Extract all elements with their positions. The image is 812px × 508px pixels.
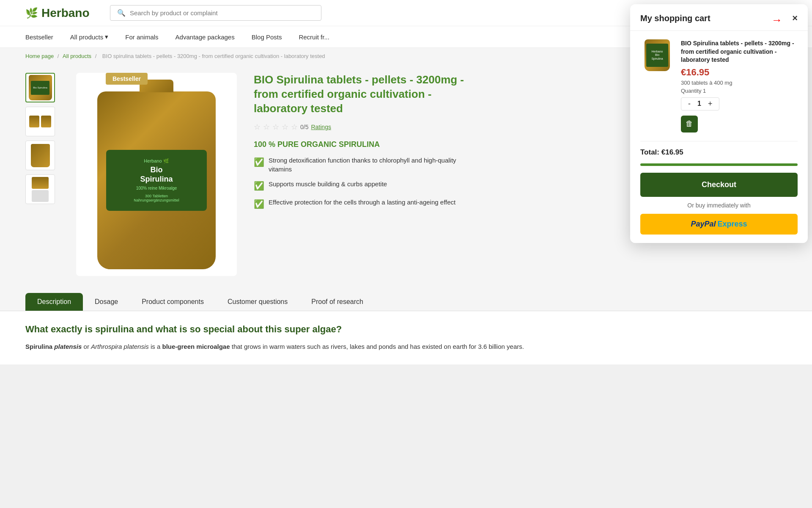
- description-section: What exactly is spirulina and what is so…: [0, 311, 812, 364]
- thumbnail-4[interactable]: [25, 174, 55, 204]
- search-bar[interactable]: 🔍: [110, 5, 321, 21]
- bottle-sub: 100% reine Mikroalge: [110, 186, 203, 190]
- feature-item-1: ✅ Strong detoxification function thanks …: [254, 156, 465, 174]
- paypal-express: Express: [717, 220, 747, 229]
- nav-blog-posts[interactable]: Blog Posts: [252, 31, 282, 43]
- tab-proof-of-research[interactable]: Proof of research: [299, 293, 375, 311]
- nav-bestseller[interactable]: Bestseller: [25, 31, 53, 43]
- arrow-annotation: →: [771, 14, 782, 27]
- cart-item: HerbanoBioSpirulina BIO Spirulina tablet…: [630, 31, 808, 141]
- tab-customer-questions[interactable]: Customer questions: [216, 293, 299, 311]
- feature-list: ✅ Strong detoxification function thanks …: [254, 156, 465, 210]
- tabs-row: Description Dosage Product components Cu…: [0, 284, 812, 311]
- quantity-controls: - 1 +: [681, 97, 719, 110]
- cart-item-meta: 300 tablets à 400 mg: [681, 80, 798, 86]
- paypal-logo: PayPal: [691, 220, 716, 229]
- quantity-value: 1: [697, 100, 701, 108]
- search-icon: 🔍: [117, 9, 126, 17]
- breadcrumb-all-products[interactable]: All products: [63, 53, 91, 59]
- bestseller-badge: Bestseller: [106, 73, 148, 85]
- cart-total: Total: €16.95: [630, 141, 808, 163]
- bottle-name: BioSpirulina: [110, 166, 203, 184]
- product-bottle: Herbano 🌿 BioSpirulina 100% reine Mikroa…: [97, 91, 216, 269]
- description-heading: What exactly is spirulina and what is so…: [25, 324, 787, 335]
- tab-dosage[interactable]: Dosage: [83, 293, 130, 311]
- ratings-count: 0/5: [300, 124, 308, 130]
- bottle-label: Herbano 🌿 BioSpirulina 100% reine Mikroa…: [106, 150, 207, 210]
- ratings-link[interactable]: Ratings: [311, 124, 331, 130]
- cart-item-quantity-label: Quantity 1: [681, 88, 798, 94]
- logo-text: Herbano: [41, 6, 90, 20]
- quantity-increase-button[interactable]: +: [706, 99, 714, 108]
- description-text: Spirulina platensis or Arthrospira plate…: [25, 342, 787, 352]
- stars-row: ☆ ☆ ☆ ☆ ☆ 0/5 Ratings: [254, 122, 465, 132]
- paypal-button[interactable]: PayPal Express: [640, 214, 798, 235]
- star-1: ☆: [254, 122, 261, 132]
- star-2: ☆: [263, 122, 270, 132]
- tab-product-components[interactable]: Product components: [130, 293, 216, 311]
- thumbnail-2[interactable]: [25, 107, 55, 136]
- cart-item-label: HerbanoBioSpirulina: [646, 44, 668, 67]
- thumbnail-list: Bio Spirulina: [25, 73, 59, 276]
- cart-item-details: BIO Spirulina tablets - pellets - 3200mg…: [681, 39, 798, 133]
- logo[interactable]: 🌿 Herbano: [25, 6, 93, 20]
- tab-description[interactable]: Description: [25, 293, 83, 311]
- chevron-down-icon: ▾: [105, 33, 108, 41]
- bottle-brand: Herbano 🌿: [110, 158, 203, 164]
- search-input[interactable]: [130, 9, 314, 17]
- star-4: ☆: [282, 122, 288, 132]
- cart-item-image: HerbanoBioSpirulina: [640, 39, 674, 73]
- check-icon-3: ✅: [254, 198, 264, 210]
- logo-icon: 🌿: [25, 7, 38, 19]
- cart-item-bottle-image: HerbanoBioSpirulina: [645, 39, 670, 71]
- main-product-image: Herbano 🌿 BioSpirulina 100% reine Mikroa…: [76, 73, 237, 276]
- cart-item-price: €16.95: [681, 67, 798, 78]
- checkout-button[interactable]: Checkout: [640, 173, 798, 197]
- thumbnail-3[interactable]: [25, 141, 55, 170]
- star-3: ☆: [272, 122, 279, 132]
- quantity-decrease-button[interactable]: -: [686, 99, 692, 108]
- cart-title: My shopping cart: [640, 14, 710, 23]
- nav-advantage-packages[interactable]: Advantage packages: [176, 31, 235, 43]
- nav-recruit[interactable]: Recruit fr...: [299, 31, 329, 43]
- breadcrumb-current: BIO spirulina tablets - pellets - 3200mg…: [102, 53, 325, 59]
- cart-progress-bar: [640, 163, 798, 166]
- feature-item-3: ✅ Effective protection for the cells thr…: [254, 198, 465, 210]
- nav-for-animals[interactable]: For animals: [125, 31, 158, 43]
- cart-close-button[interactable]: ×: [792, 13, 798, 24]
- delete-item-button[interactable]: 🗑: [681, 116, 698, 133]
- feature-item-2: ✅ Supports muscle building & curbs appet…: [254, 179, 465, 192]
- thumbnail-1[interactable]: Bio Spirulina: [25, 73, 55, 102]
- organic-title: 100 % PURE ORGANIC SPIRULINA: [254, 140, 465, 149]
- check-icon-1: ✅: [254, 156, 264, 168]
- star-5: ☆: [291, 122, 298, 132]
- cart-panel: → My shopping cart × HerbanoBioSpirulina…: [630, 4, 808, 243]
- paypal-text: PayPal Express: [646, 220, 792, 229]
- breadcrumb-home[interactable]: Home page: [25, 53, 54, 59]
- cart-item-name: BIO Spirulina tablets - pellets - 3200mg…: [681, 39, 798, 64]
- product-details: BIO Spirulina tablets - pellets - 3200mg…: [254, 73, 465, 276]
- trash-icon: 🗑: [686, 119, 693, 128]
- or-buy-text: Or buy immediately with: [630, 202, 808, 209]
- product-image-area: Bestseller Herbano 🌿 BioSpirulina 100% r…: [76, 73, 237, 276]
- nav-all-products[interactable]: All products ▾: [70, 30, 108, 43]
- check-icon-2: ✅: [254, 180, 264, 192]
- product-title: BIO Spirulina tablets - pellets - 3200mg…: [254, 73, 465, 116]
